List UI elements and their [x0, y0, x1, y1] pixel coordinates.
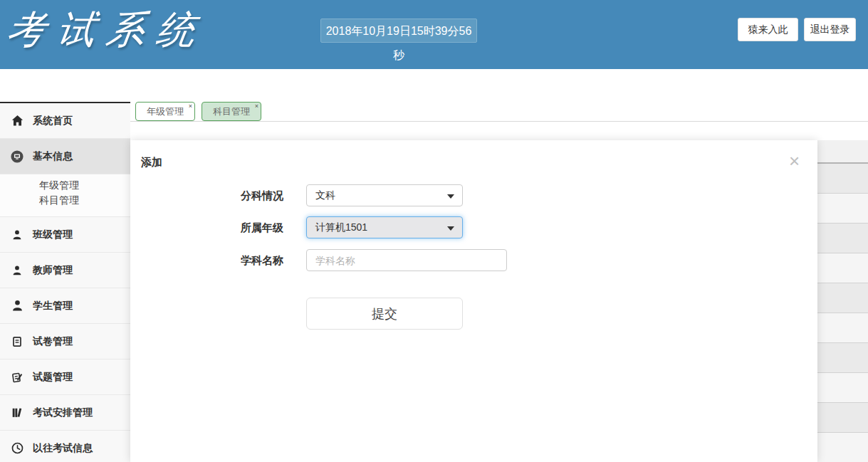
- table-row: [817, 224, 868, 253]
- person-icon: [11, 300, 23, 313]
- logout-button[interactable]: 退出登录: [804, 18, 856, 41]
- person-icon: [11, 264, 23, 277]
- clock-icon: [11, 442, 23, 455]
- tab-close-icon[interactable]: ×: [255, 103, 258, 110]
- books-icon: [11, 406, 23, 419]
- table-row: [817, 164, 868, 194]
- field-label: 分科情况: [212, 184, 283, 206]
- add-subject-modal: 添加 × 分科情况 文科 所属年级 计算机1501 学科名称 提交: [130, 140, 817, 462]
- document-icon: [11, 335, 23, 348]
- close-icon[interactable]: ×: [789, 152, 800, 170]
- sidebar: 系统首页 基本信息 年级管理 科目管理 班级管理 教师管理: [0, 102, 130, 462]
- modal-title: 添加: [141, 156, 162, 169]
- subject-category-select[interactable]: 文科: [306, 184, 463, 206]
- sidebar-item-question-management[interactable]: 试题管理: [0, 359, 130, 395]
- sidebar-item-label: 基本信息: [33, 150, 73, 163]
- submenu-item-grade-management[interactable]: 年级管理: [0, 178, 130, 193]
- table-row: [817, 253, 868, 283]
- app-header: 考试系统 2018年10月19日15时39分56秒 猿来入此 退出登录: [0, 0, 868, 69]
- sidebar-item-label: 考试安排管理: [33, 406, 93, 419]
- grade-select[interactable]: 计算机1501: [306, 216, 463, 238]
- sidebar-item-student-management[interactable]: 学生管理: [0, 288, 130, 324]
- submit-button[interactable]: 提交: [306, 298, 463, 330]
- table-header-row: [817, 140, 868, 164]
- table-row: [817, 373, 868, 403]
- sidebar-item-label: 系统首页: [33, 115, 73, 127]
- sidebar-item-label: 以往考试信息: [33, 442, 93, 455]
- yuanlai-ruci-button[interactable]: 猿来入此: [738, 18, 798, 41]
- datetime-display: 2018年10月19日15时39分56秒: [320, 19, 477, 43]
- exam-system-app: 考试系统 2018年10月19日15时39分56秒 猿来入此 退出登录 系统首页…: [0, 0, 868, 462]
- sidebar-item-home[interactable]: 系统首页: [0, 103, 130, 139]
- monitor-circle-icon: [11, 150, 23, 163]
- table-row: [817, 283, 868, 313]
- field-label: 所属年级: [212, 216, 283, 238]
- background-table: [817, 140, 868, 462]
- tab-label: 年级管理: [147, 106, 184, 117]
- sidebar-item-class-management[interactable]: 班级管理: [0, 217, 130, 253]
- tab-bar: 年级管理 × 科目管理 ×: [130, 102, 868, 122]
- chevron-down-icon: [447, 194, 454, 199]
- submenu-item-subject-management[interactable]: 科目管理: [0, 193, 130, 208]
- app-logo: 考试系统: [4, 4, 210, 56]
- chevron-down-icon: [447, 226, 454, 231]
- person-icon: [11, 229, 23, 241]
- table-row: [817, 343, 868, 373]
- tab-grade-management[interactable]: 年级管理 ×: [135, 102, 195, 121]
- table-row: [817, 403, 868, 433]
- table-row: [817, 313, 868, 343]
- tab-label: 科目管理: [213, 106, 250, 117]
- sidebar-item-teacher-management[interactable]: 教师管理: [0, 253, 130, 288]
- table-row: [817, 433, 868, 462]
- select-value: 计算机1501: [315, 221, 367, 233]
- field-label: 学科名称: [212, 249, 283, 271]
- select-value: 文科: [315, 189, 335, 201]
- basic-info-submenu: 年级管理 科目管理: [0, 174, 130, 217]
- sidebar-item-past-exam-info[interactable]: 以往考试信息: [0, 431, 130, 462]
- home-icon: [11, 115, 23, 127]
- subject-name-input[interactable]: [306, 249, 507, 271]
- background-table-rows: [817, 164, 868, 462]
- tab-close-icon[interactable]: ×: [189, 103, 192, 110]
- sidebar-item-exam-paper-management[interactable]: 试卷管理: [0, 324, 130, 359]
- sidebar-item-exam-schedule-management[interactable]: 考试安排管理: [0, 395, 130, 431]
- sidebar-item-label: 班级管理: [33, 229, 73, 241]
- edit-document-icon: [11, 371, 23, 384]
- sidebar-item-basic-info[interactable]: 基本信息: [0, 139, 130, 174]
- sidebar-item-label: 教师管理: [33, 264, 73, 277]
- table-row: [817, 194, 868, 224]
- sidebar-item-label: 试卷管理: [33, 335, 73, 348]
- sidebar-item-label: 试题管理: [33, 371, 73, 384]
- sidebar-item-label: 学生管理: [33, 300, 73, 313]
- tab-subject-management[interactable]: 科目管理 ×: [202, 102, 261, 121]
